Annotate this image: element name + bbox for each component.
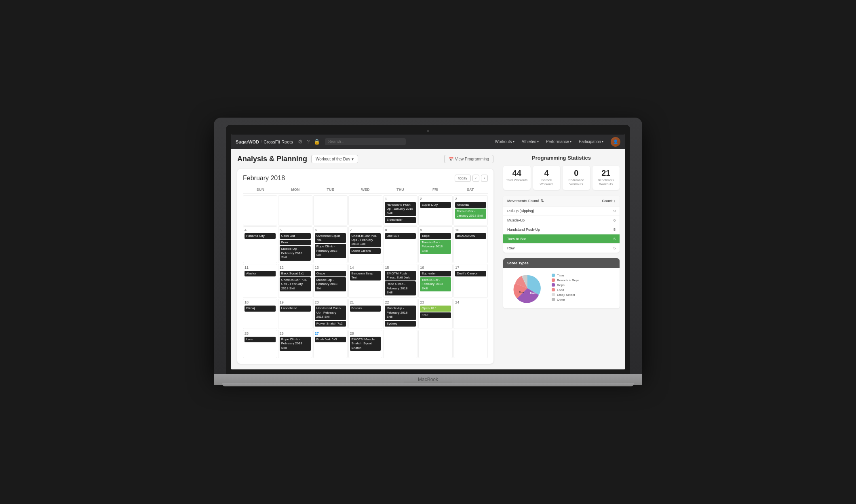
workout-item[interactable]: Panama City bbox=[245, 233, 276, 239]
calendar-cell[interactable]: 13GraceMuscle-Up - February 2018 Skill bbox=[313, 264, 348, 298]
calendar-cell[interactable]: 9TaipeiToes-to-Bar - February 2018 Skill bbox=[418, 226, 453, 263]
workout-item[interactable]: Rope Climb - February 2018 Skill bbox=[315, 244, 346, 258]
workout-item[interactable]: Handstand Push-Up - January 2018 Skill bbox=[385, 202, 416, 216]
workout-item[interactable]: Rope Climb - February 2018 Skill bbox=[280, 337, 311, 351]
calendar-cell[interactable] bbox=[313, 195, 348, 226]
settings-icon[interactable]: ⚙ bbox=[298, 139, 303, 145]
workout-item[interactable]: Amanda bbox=[455, 202, 486, 208]
calendar-cell[interactable]: 15EMOTM Push Press, Split JerkRope Climb… bbox=[383, 264, 417, 298]
calendar-cell[interactable]: 23Open 18.1Krait bbox=[418, 299, 453, 329]
workout-item[interactable]: Sidewinder bbox=[385, 217, 416, 223]
help-icon[interactable]: ? bbox=[307, 139, 310, 145]
workout-item[interactable]: Sydney bbox=[385, 321, 416, 327]
workout-item[interactable]: Elkcaj bbox=[245, 306, 276, 311]
workout-item[interactable]: Muscle-Up - February 2018 Skill bbox=[315, 277, 346, 291]
count-sort-icon[interactable]: ↓ bbox=[614, 199, 616, 203]
calendar-cell[interactable]: 4Panama City bbox=[243, 226, 277, 263]
calendar-cell[interactable]: 17Devil's Canyon bbox=[453, 264, 488, 298]
workout-item[interactable]: Boreas bbox=[350, 306, 381, 311]
workout-item[interactable]: Power Snatch 7x2 bbox=[315, 321, 346, 327]
workout-item[interactable]: Lora bbox=[245, 337, 276, 342]
calendar-cell[interactable]: 3AmandaToes-to-Bar - January 2018 Skill bbox=[453, 195, 488, 226]
calendar-cell[interactable]: 7Chest-to-Bar Pull-Ups - February 2018 S… bbox=[348, 226, 383, 263]
calendar-cell[interactable]: 28EMOTM Muscle Snatch, Squat Snatch bbox=[348, 330, 383, 358]
calendar-cell[interactable]: 1Handstand Push-Up - January 2018 SkillS… bbox=[383, 195, 417, 226]
workout-type-dropdown[interactable]: Workout of the Day ▾ bbox=[311, 155, 358, 163]
workout-item[interactable]: Devil's Canyon bbox=[455, 271, 486, 276]
calendar-cell[interactable] bbox=[243, 195, 277, 226]
movement-row[interactable]: Muscle-Up6 bbox=[503, 216, 620, 225]
calendar-cell[interactable] bbox=[383, 330, 417, 358]
workout-item[interactable]: Fran bbox=[280, 240, 311, 245]
calendar-cell[interactable]: 20Handstand Push-Up - February 2018 Skil… bbox=[313, 299, 348, 329]
workout-item[interactable]: Lancehead bbox=[280, 306, 311, 311]
calendar-cell[interactable]: 2Super Duty bbox=[418, 195, 453, 226]
movement-row[interactable]: Handstand Push-Up5 bbox=[503, 225, 620, 234]
workout-item[interactable]: Toes-to-Bar - February 2018 Skill bbox=[420, 240, 451, 254]
calendar-cell[interactable]: 22Muscle-Up - February 2018 SkillSydney bbox=[383, 299, 417, 329]
calendar-cell[interactable] bbox=[418, 330, 453, 358]
workout-item[interactable]: Egg-eater bbox=[420, 271, 451, 276]
movement-row[interactable]: Toes-to-Bar5 bbox=[503, 234, 620, 244]
nav-participation[interactable]: Participation ▾ bbox=[576, 138, 607, 146]
workout-item[interactable]: Push Jerk 5x3 bbox=[315, 337, 346, 342]
movement-row[interactable]: Pull-up (Kipping)9 bbox=[503, 207, 620, 216]
calendar-cell[interactable]: 12Back Squat 1x1Chest-to-Bar Pull-Ups - … bbox=[278, 264, 312, 298]
search-input[interactable] bbox=[325, 138, 406, 145]
calendar-cell[interactable]: 5Cash OutFranMuscle-Up - February 2018 S… bbox=[278, 226, 312, 263]
nav-performance[interactable]: Performance ▾ bbox=[543, 138, 575, 146]
nav-workouts[interactable]: Workouts ▾ bbox=[492, 138, 518, 146]
workout-item[interactable]: Alastor bbox=[245, 271, 276, 276]
today-button[interactable]: today bbox=[455, 175, 471, 182]
workout-item[interactable]: Back Squat 1x1 bbox=[280, 271, 311, 276]
workout-item[interactable]: Toes-to-Bar - January 2018 Skill bbox=[455, 209, 486, 219]
calendar-cell[interactable]: 11Alastor bbox=[243, 264, 277, 298]
workout-item[interactable]: Handstand Push-Up - February 2018 Skill bbox=[315, 306, 346, 320]
calendar-cell[interactable]: 19Lancehead bbox=[278, 299, 312, 329]
workout-item[interactable]: Cash Out bbox=[280, 233, 311, 239]
calendar-cell[interactable] bbox=[278, 195, 312, 226]
workout-item[interactable]: Diane Cleans bbox=[350, 248, 381, 254]
prev-month-button[interactable]: ‹ bbox=[472, 175, 479, 182]
workout-item[interactable]: Chest-to-Bar Pull-Ups - February 2018 Sk… bbox=[350, 233, 381, 247]
calendar-cell[interactable]: 21Boreas bbox=[348, 299, 383, 329]
movement-count: 5 bbox=[614, 246, 616, 250]
workout-item[interactable]: EMOTM Muscle Snatch, Squat Snatch bbox=[350, 337, 381, 351]
calendar-cell[interactable]: 6Overhead Squat 7x1Rope Climb - February… bbox=[313, 226, 348, 263]
user-avatar[interactable]: 👤 bbox=[611, 137, 620, 147]
calendar-cell[interactable]: 26Rope Climb - February 2018 Skill bbox=[278, 330, 312, 358]
view-programming-button[interactable]: 📅 View Programming bbox=[444, 155, 493, 163]
calendar-cell[interactable]: 25Lora bbox=[243, 330, 277, 358]
workout-item[interactable]: One Bull bbox=[385, 233, 416, 239]
workout-item[interactable]: Toes-to-Bar - February 2018 Skill bbox=[420, 277, 451, 291]
calendar-cell[interactable]: 27Push Jerk 5x3 bbox=[313, 330, 348, 358]
workout-item[interactable]: Chest-to-Bar Pull-Ups - February 2018 Sk… bbox=[280, 277, 311, 291]
calendar-cell[interactable]: 10BRADSHAW bbox=[453, 226, 488, 263]
calendar-cell[interactable]: 24 bbox=[453, 299, 488, 329]
sort-icon[interactable]: ⇅ bbox=[541, 199, 544, 203]
workout-item[interactable]: Open 18.1 bbox=[420, 306, 451, 311]
app-name: SugarWOD bbox=[236, 139, 259, 144]
workout-item[interactable]: Rope Climb - February 2018 Skill bbox=[385, 281, 416, 295]
calendar-cell[interactable]: 18Elkcaj bbox=[243, 299, 277, 329]
calendar-cell[interactable]: 16Egg-eaterToes-to-Bar - February 2018 S… bbox=[418, 264, 453, 298]
workout-item[interactable]: Super Duty bbox=[420, 202, 451, 208]
next-month-button[interactable]: › bbox=[481, 175, 488, 182]
workout-item[interactable]: Muscle-Up - February 2018 Skill bbox=[385, 306, 416, 320]
workout-item[interactable]: Bergeron Beep Test bbox=[350, 271, 381, 281]
workout-item[interactable]: BRADSHAW bbox=[455, 233, 486, 239]
calendar-cell[interactable] bbox=[453, 330, 488, 358]
workout-item[interactable]: Taipei bbox=[420, 233, 451, 239]
lock-icon[interactable]: 🔒 bbox=[314, 139, 320, 145]
workout-item[interactable]: EMOTM Push Press, Split Jerk bbox=[385, 271, 416, 281]
workout-item[interactable]: Grace bbox=[315, 271, 346, 276]
workout-item[interactable]: Overhead Squat 7x1 bbox=[315, 233, 346, 243]
nav-athletes[interactable]: Athletes ▾ bbox=[519, 138, 542, 146]
calendar-cell[interactable]: 14Bergeron Beep Test bbox=[348, 264, 383, 298]
count-label: Count ↓ bbox=[602, 199, 616, 203]
calendar-cell[interactable]: 8One Bull bbox=[383, 226, 417, 263]
movement-row[interactable]: Row5 bbox=[503, 244, 620, 253]
calendar-cell[interactable] bbox=[348, 195, 383, 226]
workout-item[interactable]: Muscle-Up - February 2018 Skill bbox=[280, 246, 311, 260]
workout-item[interactable]: Krait bbox=[420, 312, 451, 318]
